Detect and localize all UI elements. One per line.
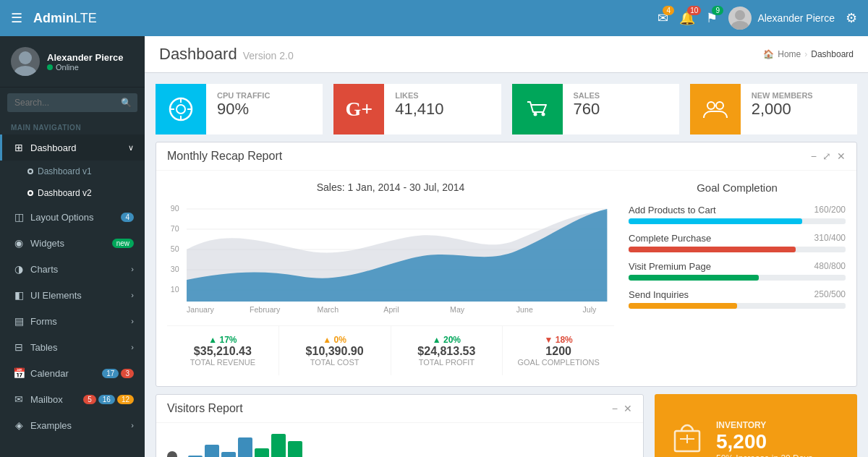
svg-point-2	[19, 51, 32, 64]
profit-label: TOTAL PROFIT	[399, 358, 495, 367]
sidebar: Alexander Pierce Online 🔍 MAIN NAVIGATIO…	[0, 36, 145, 457]
progress-bar-premium	[629, 275, 846, 281]
sidebar-item-calendar[interactable]: 📅 Calendar 17 3	[0, 360, 145, 386]
sidebar-item-layout-options[interactable]: ◫ Layout Options 4	[0, 204, 145, 230]
sidebar-username: Alexander Pierce	[47, 52, 124, 63]
svg-text:10: 10	[171, 285, 179, 294]
chart-wrap: Sales: 1 Jan, 2014 - 30 Jul, 2014 90 70 …	[167, 181, 614, 375]
progress-fill-purchase	[629, 247, 796, 252]
members-content: NEW MEMBERS 2,000	[741, 84, 824, 134]
revenue-label: TOTAL REVENUE	[174, 358, 271, 367]
flag-badge: 9	[712, 6, 723, 15]
svg-text:July: July	[583, 305, 597, 314]
sidebar-item-examples[interactable]: ◈ Examples ›	[0, 412, 145, 438]
progress-bar-inquiries	[629, 303, 846, 309]
forms-icon: ▤	[13, 315, 25, 327]
goal-count-cart: 160/200	[814, 205, 846, 215]
members-value: 2,000	[752, 100, 813, 119]
info-box-sales: SALES 760	[512, 84, 679, 134]
circle-icon-active	[27, 190, 33, 196]
visitor-bar-green	[255, 448, 269, 457]
page-title: Dashboard	[159, 45, 237, 64]
monthly-section: Monthly Recap Report − ⤢ ✕ Sales: 1 Jan,…	[145, 142, 868, 394]
breadcrumb: 🏠 Home › Dashboard	[763, 49, 854, 59]
info-boxes: CPU TRAFFIC 90% G+ LIKES 41,410 SALES	[145, 73, 868, 142]
sidebar-item-dashboard-v1[interactable]: Dashboard v1	[0, 161, 145, 182]
sales-value: 760	[574, 100, 600, 119]
navbar-left: ☰ AdminLTE	[11, 10, 97, 26]
card-tools: − ⤢ ✕	[811, 150, 846, 162]
sidebar-item-ui-elements[interactable]: ◧ UI Elements ›	[0, 282, 145, 308]
sidebar-item-widgets[interactable]: ◉ Widgets new	[0, 230, 145, 256]
info-box-likes: G+ LIKES 41,410	[333, 84, 501, 134]
cpu-value: 90%	[217, 100, 270, 119]
progress-bar-purchase	[629, 247, 846, 252]
sidebar-item-label: Dashboard	[30, 142, 77, 153]
breadcrumb-home[interactable]: Home	[778, 49, 801, 59]
sidebar-user-info: Alexander Pierce Online	[47, 52, 124, 72]
mailbox-badges: 5 16 12	[83, 395, 134, 404]
visitors-close-button[interactable]: ✕	[624, 403, 632, 414]
sidebar-item-label: Calendar	[30, 368, 69, 379]
sidebar-item-charts[interactable]: ◑ Charts ›	[0, 256, 145, 282]
inventory-label: INVENTORY	[716, 420, 812, 430]
likes-value: 41,410	[395, 100, 443, 119]
widgets-badge: new	[112, 239, 134, 248]
svg-point-10	[533, 113, 537, 116]
progress-bar-cart	[629, 218, 846, 224]
sidebar-search-wrap: 🔍	[0, 87, 145, 118]
bottom-row: Visitors Report − ✕	[145, 394, 868, 457]
chevron-icon-forms: ›	[131, 317, 134, 325]
settings-icon[interactable]: ⚙	[846, 10, 857, 26]
sidebar-item-label: Layout Options	[30, 212, 93, 223]
visitors-minimize-button[interactable]: −	[612, 403, 618, 414]
bell-icon[interactable]: 🔔 10	[679, 10, 695, 26]
svg-text:50: 50	[171, 244, 179, 253]
chart-stats: ▲ 17% $35,210.43 TOTAL REVENUE ▲ 0% $10,…	[167, 325, 614, 375]
sidebar-item-forms[interactable]: ▤ Forms ›	[0, 308, 145, 334]
sidebar-status: Online	[47, 63, 124, 72]
mail-icon[interactable]: ✉ 4	[658, 10, 668, 26]
hamburger-icon[interactable]: ☰	[11, 10, 22, 26]
search-input[interactable]	[7, 93, 137, 112]
navbar-right: ✉ 4 🔔 10 ⚑ 9 Alexander Pierce ⚙	[658, 7, 857, 30]
revenue-value: $35,210.43	[174, 345, 271, 358]
chevron-down-icon: ∨	[128, 143, 134, 153]
likes-icon: G+	[333, 84, 384, 134]
calendar-icon: 📅	[13, 367, 25, 379]
status-dot	[47, 64, 53, 70]
sales-label: SALES	[574, 91, 600, 100]
svg-text:90: 90	[171, 204, 179, 213]
page-subtitle: Version 2.0	[243, 50, 294, 61]
goals-label: GOAL COMPLETIONS	[510, 358, 607, 367]
goal-count-purchase: 310/400	[814, 233, 846, 244]
members-icon	[690, 84, 741, 134]
visitor-bar	[221, 452, 236, 457]
sidebar-item-dashboard-v2[interactable]: Dashboard v2	[0, 182, 145, 204]
svg-point-3	[14, 66, 36, 76]
mail-badge: 4	[663, 6, 674, 15]
avatar	[728, 7, 752, 30]
sidebar-item-label: Examples	[30, 420, 72, 431]
user-panel-nav[interactable]: Alexander Pierce	[728, 7, 835, 30]
chevron-icon-ui: ›	[131, 291, 134, 299]
visitor-bar-chart	[188, 434, 632, 457]
layout-badge: 4	[121, 213, 134, 222]
expand-button[interactable]: ⤢	[822, 150, 831, 162]
chart-title: Sales: 1 Jan, 2014 - 30 Jul, 2014	[167, 181, 614, 193]
charts-icon: ◑	[13, 263, 25, 275]
chevron-icon: ›	[131, 265, 134, 273]
goal-panel: Goal Completion Add Products to Cart 160…	[629, 181, 846, 375]
minimize-button[interactable]: −	[811, 150, 817, 162]
layout-icon: ◫	[13, 211, 25, 223]
sidebar-item-dashboard[interactable]: ⊞ Dashboard ∨	[0, 134, 145, 161]
svg-point-1	[731, 21, 749, 30]
sidebar-item-mailbox[interactable]: ✉ Mailbox 5 16 12	[0, 386, 145, 412]
sidebar-item-tables[interactable]: ⊟ Tables ›	[0, 334, 145, 360]
sidebar-item-label: Charts	[30, 264, 58, 275]
close-button[interactable]: ✕	[837, 150, 846, 162]
svg-point-0	[735, 10, 745, 20]
svg-text:March: March	[318, 305, 339, 314]
flag-icon[interactable]: ⚑ 9	[706, 10, 718, 26]
cpu-content: CPU TRAFFIC 90%	[206, 84, 281, 134]
